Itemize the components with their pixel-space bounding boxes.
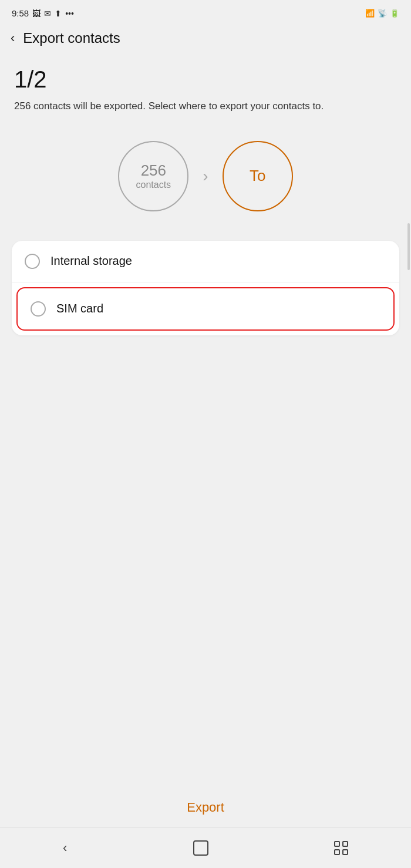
- page-title: Export contacts: [23, 30, 120, 46]
- flow-arrow: ›: [203, 167, 208, 186]
- sim-card-option-wrapper: SIM card: [12, 282, 399, 335]
- radio-sim-card[interactable]: [31, 301, 46, 317]
- contacts-circle: 256 contacts: [118, 141, 188, 211]
- mail-icon: ✉: [44, 9, 51, 18]
- back-button[interactable]: ‹: [11, 31, 15, 46]
- image-icon: 🖼: [32, 9, 41, 18]
- destination-label: To: [250, 167, 265, 185]
- battery-icon: 🔋: [390, 9, 399, 18]
- nav-recents-icon: [334, 841, 348, 855]
- nav-back-icon: ‹: [63, 840, 67, 856]
- signal-icon: 📡: [378, 9, 387, 18]
- wifi-icon: 📶: [365, 9, 375, 18]
- radio-internal-storage[interactable]: [25, 254, 40, 269]
- options-container: Internal storage SIM card: [12, 241, 399, 335]
- upload-icon: ⬆: [55, 9, 62, 18]
- main-content: 1/2 256 contacts will be exported. Selec…: [0, 55, 411, 335]
- flow-diagram: 256 contacts › To: [14, 135, 397, 217]
- nav-bar: ‹: [0, 827, 411, 868]
- export-button-area: Export: [0, 794, 411, 821]
- status-right: 📶 📡 🔋: [365, 9, 399, 18]
- destination-circle: To: [223, 141, 293, 211]
- option-sim-card[interactable]: SIM card: [16, 287, 395, 331]
- radio-inner-sim: [35, 305, 42, 312]
- step-description: 256 contacts will be exported. Select wh…: [14, 99, 397, 114]
- nav-home-icon: [193, 840, 208, 856]
- nav-home-button[interactable]: [193, 840, 208, 856]
- scrollbar[interactable]: [407, 223, 410, 270]
- status-left: 9:58 🖼 ✉ ⬆ •••: [12, 8, 74, 18]
- contacts-count: 256: [141, 162, 166, 180]
- option-sim-card-label: SIM card: [56, 302, 103, 315]
- nav-back-button[interactable]: ‹: [63, 840, 67, 856]
- contacts-label: contacts: [136, 180, 171, 190]
- option-internal-storage-label: Internal storage: [50, 254, 132, 268]
- more-icon: •••: [65, 9, 74, 18]
- header: ‹ Export contacts: [0, 24, 411, 55]
- option-internal-storage[interactable]: Internal storage: [12, 241, 399, 282]
- radio-inner-internal: [29, 258, 36, 265]
- export-button[interactable]: Export: [169, 794, 242, 821]
- nav-recents-button[interactable]: [334, 841, 348, 855]
- step-indicator: 1/2: [14, 66, 397, 93]
- time-display: 9:58: [12, 8, 29, 18]
- status-bar: 9:58 🖼 ✉ ⬆ ••• 📶 📡 🔋: [0, 0, 411, 24]
